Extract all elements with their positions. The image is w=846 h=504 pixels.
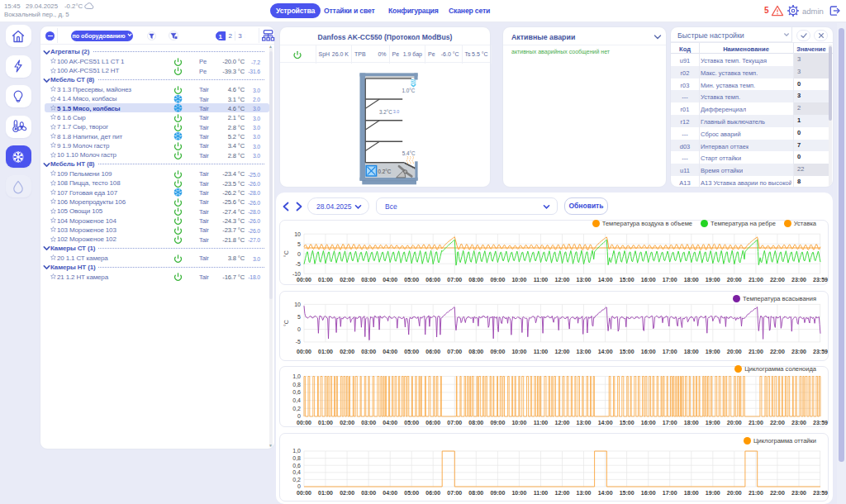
svg-text:16:00: 16:00 [641, 277, 656, 283]
svg-text:0,8: 0,8 [292, 455, 301, 461]
svg-text:0,4: 0,4 [292, 397, 301, 403]
svg-text:06:00: 06:00 [425, 277, 440, 283]
svg-text:14:00: 14:00 [598, 277, 613, 283]
svg-text:18:00: 18:00 [684, 349, 699, 354]
svg-text:23:00: 23:00 [791, 277, 806, 283]
svg-text:10: 10 [294, 302, 301, 307]
svg-text:07:00: 07:00 [447, 349, 462, 354]
svg-text:23:00: 23:00 [791, 420, 806, 426]
svg-text:22:00: 22:00 [770, 490, 785, 496]
svg-text:15:00: 15:00 [620, 277, 634, 283]
svg-text:19:00: 19:00 [706, 420, 720, 426]
svg-text:22:00: 22:00 [770, 349, 785, 354]
svg-text:20:00: 20:00 [727, 277, 742, 283]
svg-text:07:00: 07:00 [447, 490, 462, 496]
svg-text:3.0: 3.0 [393, 109, 400, 114]
svg-text:09:00: 09:00 [490, 490, 505, 496]
svg-text:18:00: 18:00 [684, 277, 699, 283]
svg-text:18:00: 18:00 [684, 490, 699, 496]
svg-text:08:00: 08:00 [468, 490, 483, 496]
svg-text:02:00: 02:00 [340, 277, 354, 283]
svg-text:23:00: 23:00 [791, 490, 806, 496]
svg-text:03:00: 03:00 [361, 420, 376, 426]
svg-text:06:00: 06:00 [425, 420, 440, 426]
svg-text:11:00: 11:00 [534, 277, 549, 283]
svg-text:23:59: 23:59 [813, 349, 828, 354]
svg-text:1.0°C: 1.0°C [402, 88, 415, 93]
svg-text:04:00: 04:00 [383, 490, 397, 496]
svg-text:01:00: 01:00 [318, 490, 333, 496]
svg-text:00:00: 00:00 [297, 277, 311, 283]
svg-text:05:00: 05:00 [404, 349, 419, 354]
svg-text:13:00: 13:00 [577, 277, 592, 283]
svg-text:5: 5 [297, 314, 301, 320]
svg-text:16:00: 16:00 [641, 349, 656, 354]
svg-text:23:59: 23:59 [813, 490, 828, 496]
svg-text:1,0: 1,0 [292, 373, 301, 379]
svg-text:08:00: 08:00 [468, 349, 483, 354]
svg-text:09:00: 09:00 [490, 349, 505, 354]
svg-text:17:00: 17:00 [663, 490, 677, 496]
svg-text:05:00: 05:00 [404, 420, 419, 426]
svg-text:23:59: 23:59 [813, 420, 828, 426]
svg-text:02:00: 02:00 [340, 420, 354, 426]
svg-text:10:00: 10:00 [511, 490, 526, 496]
svg-text:15:00: 15:00 [620, 490, 634, 496]
svg-text:°C: °C [283, 250, 289, 257]
svg-text:0,2: 0,2 [292, 477, 301, 483]
svg-text:0: 0 [297, 483, 301, 489]
svg-text:04:00: 04:00 [383, 277, 397, 283]
svg-text:20:00: 20:00 [727, 349, 742, 354]
svg-text:13:00: 13:00 [577, 490, 592, 496]
svg-text:°C: °C [283, 320, 289, 326]
svg-text:21:00: 21:00 [749, 349, 763, 354]
svg-text:08:00: 08:00 [468, 277, 483, 283]
svg-text:3.2°C: 3.2°C [379, 109, 392, 115]
svg-text:0,2: 0,2 [292, 406, 301, 411]
svg-text:00:00: 00:00 [297, 349, 311, 354]
svg-text:23:00: 23:00 [791, 349, 806, 354]
svg-text:10: 10 [294, 231, 301, 237]
svg-text:08:00: 08:00 [468, 420, 483, 426]
svg-text:5: 5 [297, 241, 301, 247]
svg-text:19:00: 19:00 [706, 490, 720, 496]
svg-text:03:00: 03:00 [361, 490, 376, 496]
svg-text:07:00: 07:00 [447, 420, 462, 426]
svg-text:00:00: 00:00 [297, 490, 311, 496]
svg-text:04:00: 04:00 [383, 420, 397, 426]
svg-text:14:00: 14:00 [598, 420, 613, 426]
svg-text:-5: -5 [296, 261, 301, 267]
svg-text:11:00: 11:00 [534, 349, 549, 354]
svg-text:11:00: 11:00 [534, 420, 549, 426]
svg-text:22:00: 22:00 [770, 277, 785, 283]
svg-text:0: 0 [297, 326, 301, 332]
svg-text:5.4°C: 5.4°C [402, 150, 416, 156]
svg-text:16:00: 16:00 [641, 490, 656, 496]
svg-text:0.2°C: 0.2°C [378, 169, 391, 174]
svg-text:12:00: 12:00 [555, 420, 570, 426]
svg-text:0: 0 [297, 251, 301, 257]
svg-text:09:00: 09:00 [490, 277, 505, 283]
svg-text:18:00: 18:00 [684, 420, 699, 426]
svg-text:06:00: 06:00 [425, 490, 440, 496]
svg-text:01:00: 01:00 [318, 349, 333, 354]
svg-text:20:00: 20:00 [727, 490, 742, 496]
svg-text:0: 0 [297, 413, 301, 419]
svg-text:07:00: 07:00 [447, 277, 462, 283]
svg-text:17:00: 17:00 [663, 277, 677, 283]
svg-text:05:00: 05:00 [404, 277, 419, 283]
svg-text:10:00: 10:00 [511, 349, 526, 354]
svg-text:09:00: 09:00 [490, 420, 505, 426]
svg-text:13:00: 13:00 [577, 420, 592, 426]
svg-text:23:59: 23:59 [813, 277, 828, 283]
svg-text:0,6: 0,6 [292, 389, 301, 395]
svg-text:06:00: 06:00 [425, 349, 440, 354]
svg-text:02:00: 02:00 [340, 490, 354, 496]
svg-text:22:00: 22:00 [770, 420, 785, 426]
svg-text:00:00: 00:00 [297, 420, 311, 426]
svg-text:1,0: 1,0 [292, 448, 301, 454]
svg-text:20:00: 20:00 [727, 420, 742, 426]
svg-text:12:00: 12:00 [555, 490, 570, 496]
svg-text:19:00: 19:00 [706, 349, 720, 354]
svg-text:15:00: 15:00 [620, 420, 634, 426]
